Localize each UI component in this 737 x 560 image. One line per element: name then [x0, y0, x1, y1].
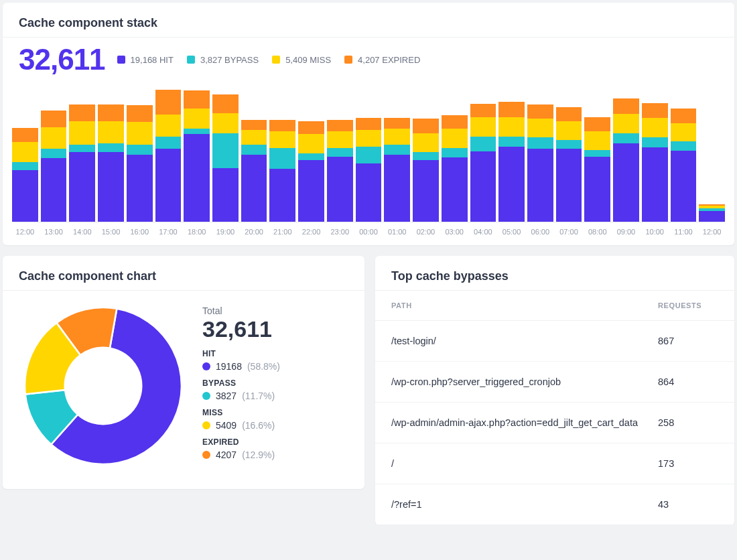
table-row[interactable]: /wp-cron.php?server_triggered_cronjob864 [375, 362, 734, 403]
bar-segment [269, 148, 295, 169]
cache-pie-card: Cache component chart Total 32,611 HIT19… [3, 256, 364, 489]
pie-legend-name: EXPIRED [202, 437, 351, 447]
bar-column [12, 88, 38, 222]
legend-hit: 19,168 HIT [117, 55, 174, 65]
bar-segment [12, 128, 38, 142]
bar-segment [12, 170, 38, 222]
bar-segment [69, 152, 95, 222]
x-axis-tick: 21:00 [269, 228, 295, 236]
legend-expired-label: 4,207 EXPIRED [358, 55, 420, 65]
bar-segment [442, 157, 468, 222]
bar-segment [269, 169, 295, 222]
bar-segment [298, 160, 324, 222]
pie-legend-name: HIT [202, 349, 351, 358]
bar-segment [498, 102, 525, 117]
bypass-path: /?ref=1 [391, 499, 658, 510]
bar-segment [613, 143, 639, 222]
bar-column [442, 88, 468, 222]
cache-stack-title: Cache component stack [3, 3, 734, 38]
bypass-path: /wp-cron.php?server_triggered_cronjob [391, 376, 658, 387]
bar-column [699, 88, 725, 222]
bar-segment [127, 122, 153, 145]
table-row[interactable]: /?ref=143 [375, 484, 734, 525]
bar-segment [356, 147, 382, 163]
top-bypasses-card: Top cache bypasses PATH REQUESTS /test-l… [375, 256, 734, 525]
bar-segment [384, 155, 410, 222]
bar-segment [671, 141, 697, 151]
bar-segment [470, 117, 496, 137]
bar-segment [12, 142, 38, 162]
bar-segment [155, 149, 182, 222]
bar-segment [298, 121, 324, 134]
bar-segment [298, 134, 324, 153]
pie-legend-percent: (11.7%) [242, 391, 275, 401]
bar-segment [41, 158, 67, 222]
bar-segment [127, 155, 153, 222]
top-bypasses-title: Top cache bypasses [375, 256, 734, 291]
x-axis-tick: 02:00 [413, 228, 439, 236]
bypass-path: / [391, 458, 658, 469]
table-row[interactable]: /173 [375, 443, 734, 484]
bypass-th-requests: REQUESTS [658, 301, 718, 309]
bar-segment [613, 133, 639, 143]
table-row[interactable]: /wp-admin/admin-ajax.php?action=edd_jilt… [375, 403, 734, 443]
bar-segment [384, 129, 410, 145]
bar-segment [327, 131, 353, 148]
bypass-requests: 258 [658, 417, 718, 428]
swatch-expired-icon [344, 56, 352, 64]
pie-legend-value: 19168 [216, 361, 242, 372]
bar-segment [98, 121, 124, 143]
bar-column [470, 88, 496, 222]
x-axis-tick: 03:00 [442, 228, 468, 236]
cache-stack-card: Cache component stack 32,611 19,168 HIT … [3, 3, 734, 245]
pie-legend-value: 4207 [216, 449, 237, 460]
bar-segment [12, 162, 38, 169]
bar-segment [98, 152, 124, 222]
legend-bypass-label: 3,827 BYPASS [200, 55, 259, 65]
bar-column [98, 88, 124, 222]
bar-segment [442, 115, 468, 129]
pie-total-value: 32,611 [202, 316, 351, 342]
pie-legend-item: HIT19168(58.8%) [202, 349, 351, 372]
bar-segment [212, 168, 239, 222]
bar-segment [556, 149, 582, 222]
bar-segment [41, 111, 67, 127]
cache-pie-chart [16, 299, 190, 473]
bar-segment [241, 155, 267, 222]
bar-segment [442, 129, 468, 148]
pie-legend-value: 3827 [216, 391, 237, 401]
bar-segment [527, 119, 553, 137]
bar-column [69, 88, 95, 222]
bar-column [671, 88, 697, 222]
bypass-path: /wp-admin/admin-ajax.php?action=edd_jilt… [391, 417, 658, 428]
x-axis-tick: 06:00 [527, 228, 553, 236]
bar-column [298, 88, 324, 222]
x-axis-tick: 16:00 [127, 228, 153, 236]
bypass-requests: 867 [658, 336, 718, 346]
x-axis-tick: 07:00 [556, 228, 582, 236]
bar-column [384, 88, 410, 222]
bar-segment [527, 137, 553, 149]
x-axis-tick: 19:00 [212, 228, 239, 236]
bar-segment [642, 147, 668, 222]
bar-segment [98, 143, 124, 153]
swatch-bypass-icon [187, 56, 195, 64]
bar-segment [442, 148, 468, 157]
bar-segment [384, 118, 410, 129]
bar-column [241, 88, 267, 222]
pie-total-label: Total [202, 305, 351, 316]
bar-segment [699, 211, 725, 222]
x-axis-tick: 14:00 [69, 228, 95, 236]
table-row[interactable]: /test-login/867 [375, 321, 734, 362]
bar-segment [413, 160, 439, 222]
x-axis-tick: 15:00 [98, 228, 124, 236]
bar-column [584, 88, 610, 222]
bar-segment [212, 133, 239, 169]
pie-legend-value: 5409 [216, 420, 237, 431]
bar-segment [613, 98, 639, 114]
x-axis-tick: 09:00 [613, 228, 639, 236]
cache-pie-title: Cache component chart [3, 256, 364, 291]
bypass-requests: 43 [658, 499, 718, 510]
bypass-path: /test-login/ [391, 336, 658, 346]
bar-segment [155, 115, 182, 137]
